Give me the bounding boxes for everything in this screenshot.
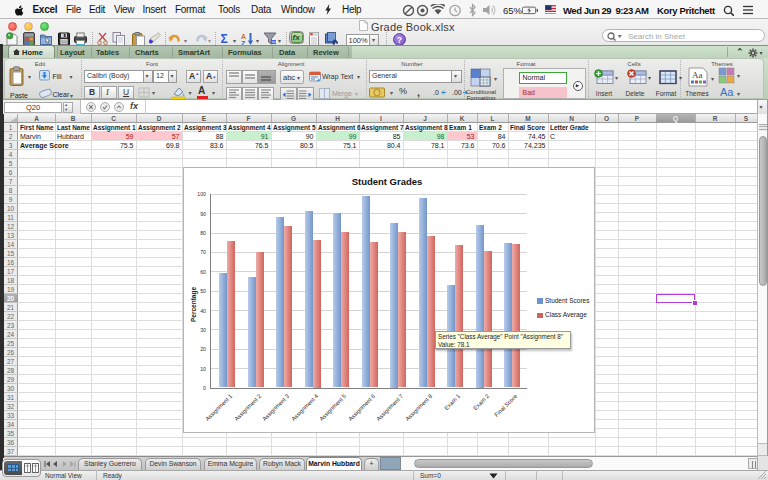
svg-text:.00: .00: [452, 89, 462, 96]
svg-text:.0: .0: [433, 89, 439, 96]
svg-text:Aa: Aa: [692, 70, 703, 80]
svg-text:A: A: [241, 33, 246, 40]
